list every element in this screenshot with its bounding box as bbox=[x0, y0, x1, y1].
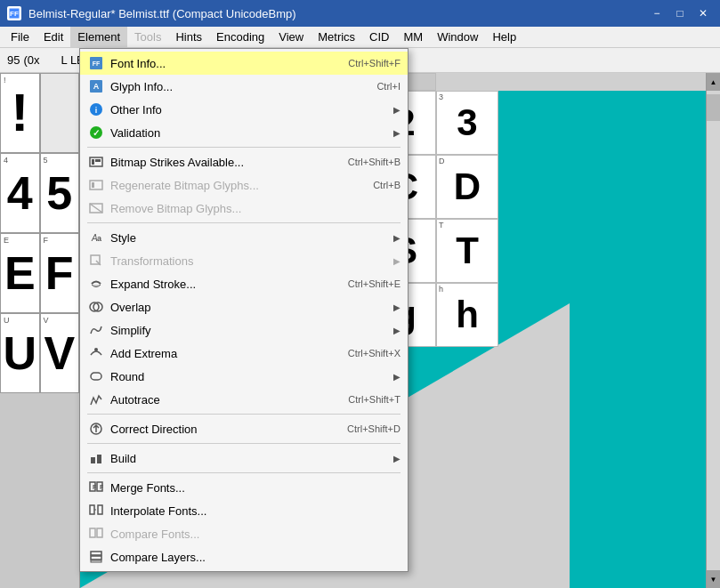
cell-char: E bbox=[4, 250, 36, 296]
close-button[interactable]: ✕ bbox=[693, 4, 713, 23]
svg-text:✓: ✓ bbox=[93, 128, 100, 138]
scroll-thumb[interactable] bbox=[707, 94, 720, 121]
svg-rect-31 bbox=[90, 505, 94, 514]
menu-edit[interactable]: Edit bbox=[36, 27, 70, 47]
menu-item-merge-fonts[interactable]: F F Merge Fonts... bbox=[80, 476, 408, 499]
transform-arrow: ▶ bbox=[393, 256, 400, 266]
svg-rect-37 bbox=[91, 556, 101, 560]
glyph-cell-F[interactable]: F F bbox=[40, 233, 80, 313]
menu-encoding[interactable]: Encoding bbox=[209, 27, 271, 47]
menu-item-correct-dir[interactable]: Correct Direction Ctrl+Shift+D bbox=[80, 417, 408, 440]
dir-icon bbox=[87, 420, 105, 438]
cell-char: h bbox=[456, 294, 479, 336]
menu-cid[interactable]: CID bbox=[362, 27, 396, 47]
maximize-button[interactable]: □ bbox=[670, 4, 690, 23]
bitmap-shortcut: Ctrl+Shift+B bbox=[348, 157, 400, 167]
svg-text:a: a bbox=[97, 234, 102, 243]
menu-item-expand-stroke[interactable]: Expand Stroke... Ctrl+Shift+E bbox=[80, 272, 408, 295]
svg-rect-14 bbox=[92, 182, 94, 188]
glyph-info-shortcut: Ctrl+I bbox=[376, 81, 400, 92]
menu-item-compare-layers[interactable]: Compare Layers... bbox=[80, 545, 408, 568]
svg-rect-35 bbox=[97, 528, 102, 537]
expand-label: Expand Stroke... bbox=[110, 278, 339, 291]
menu-item-glyph-info[interactable]: A Glyph Info... Ctrl+I bbox=[80, 75, 408, 98]
menu-item-autotrace[interactable]: Autotrace Ctrl+Shift+T bbox=[80, 388, 408, 411]
compare-icon bbox=[87, 525, 105, 543]
glyph-cell-4[interactable]: 4 4 bbox=[0, 153, 40, 233]
svg-rect-34 bbox=[90, 528, 95, 537]
svg-rect-26 bbox=[97, 455, 101, 463]
cell-char: F bbox=[45, 250, 74, 296]
correct-dir-label: Correct Direction bbox=[110, 423, 338, 436]
menu-hints[interactable]: Hints bbox=[168, 27, 209, 47]
menu-item-simplify[interactable]: Simplify ▶ bbox=[80, 318, 408, 342]
autotrace-label: Autotrace bbox=[110, 393, 339, 407]
svg-text:F: F bbox=[100, 484, 103, 490]
menu-item-overlap[interactable]: Overlap ▶ bbox=[80, 295, 408, 318]
glyph-cell-h[interactable]: h h bbox=[436, 283, 498, 347]
regen-icon bbox=[87, 176, 105, 194]
svg-point-22 bbox=[94, 348, 98, 351]
cell-label: 3 bbox=[439, 93, 443, 101]
menu-element[interactable]: Element bbox=[70, 27, 127, 47]
validation-arrow: ▶ bbox=[393, 128, 400, 138]
scroll-up-button[interactable]: ▲ bbox=[707, 73, 720, 91]
minimize-button[interactable]: − bbox=[647, 4, 667, 23]
round-icon bbox=[87, 367, 105, 385]
element-dropdown-menu: FF Font Info... Ctrl+Shift+F A Glyph Inf… bbox=[79, 48, 409, 572]
toolbar-position: 95 bbox=[7, 53, 20, 67]
menu-item-bitmap-strikes[interactable]: Bitmap Strikes Available... Ctrl+Shift+B bbox=[80, 150, 408, 173]
glyph-cell-three[interactable]: 3 3 bbox=[436, 91, 498, 155]
glyph-cell-5[interactable]: 5 5 bbox=[40, 153, 80, 233]
menu-item-add-extrema[interactable]: Add Extrema Ctrl+Shift+X bbox=[80, 342, 408, 365]
menu-metrics[interactable]: Metrics bbox=[311, 27, 362, 47]
merge-icon: F F bbox=[87, 479, 105, 496]
glyph-cell-exclaim[interactable]: ! ! bbox=[0, 73, 40, 153]
glyph-cell-empty[interactable] bbox=[40, 73, 80, 153]
glyph-cell-V[interactable]: V V bbox=[40, 313, 80, 393]
svg-rect-11 bbox=[92, 159, 94, 165]
menu-item-compare-fonts: Compare Fonts... bbox=[80, 522, 408, 545]
ff-icon: FF bbox=[87, 54, 105, 72]
window-title: Belmist-Regular* Belmist.ttf (Compact Un… bbox=[28, 7, 296, 20]
menu-item-other-info[interactable]: i Other Info ▶ bbox=[80, 98, 408, 121]
glyph-cell-D[interactable]: D D bbox=[436, 155, 498, 219]
glyph-icon: A bbox=[87, 77, 105, 95]
cell-char: D bbox=[454, 165, 481, 208]
cell-label: 5 bbox=[44, 156, 48, 165]
overlap-arrow: ▶ bbox=[393, 302, 400, 312]
separator-1 bbox=[87, 147, 400, 148]
menu-item-font-info[interactable]: FF Font Info... Ctrl+Shift+F bbox=[80, 52, 408, 75]
svg-line-16 bbox=[90, 204, 102, 213]
menu-item-build[interactable]: Build ▶ bbox=[80, 447, 408, 470]
font-info-label: Font Info... bbox=[110, 57, 339, 70]
menu-view[interactable]: View bbox=[271, 27, 311, 47]
glyph-cell-E[interactable]: E E bbox=[0, 233, 40, 313]
other-info-arrow: ▶ bbox=[393, 105, 400, 115]
cell-char: 4 bbox=[7, 170, 33, 216]
info-icon: i bbox=[87, 101, 105, 118]
separator-2 bbox=[87, 222, 400, 223]
expand-shortcut: Ctrl+Shift+E bbox=[348, 278, 400, 289]
left-panel: ! ! 4 4 5 5 E E F F bbox=[0, 73, 80, 588]
separator-3 bbox=[87, 414, 400, 415]
glyph-cell-T[interactable]: T T bbox=[436, 219, 498, 283]
menu-mm[interactable]: MM bbox=[397, 27, 431, 47]
menu-item-validation[interactable]: ✓ Validation ▶ bbox=[80, 121, 408, 144]
menu-item-interpolate-fonts[interactable]: Interpolate Fonts... bbox=[80, 499, 408, 522]
scrollbar-vertical[interactable]: ▲ ▼ bbox=[706, 73, 720, 588]
other-info-label: Other Info bbox=[110, 103, 390, 117]
menu-help[interactable]: Help bbox=[485, 27, 523, 47]
glyph-cell-U[interactable]: U U bbox=[0, 313, 40, 393]
menu-item-style[interactable]: A a Style ▶ bbox=[80, 226, 408, 249]
scroll-down-button[interactable]: ▼ bbox=[707, 570, 720, 588]
cell-char: ! bbox=[11, 86, 28, 140]
menu-window[interactable]: Window bbox=[430, 27, 485, 47]
menu-item-round[interactable]: Round ▶ bbox=[80, 365, 408, 388]
interpolate-icon bbox=[87, 502, 105, 520]
menu-file[interactable]: File bbox=[4, 27, 36, 47]
autotrace-shortcut: Ctrl+Shift+T bbox=[348, 394, 400, 405]
menu-bar: File Edit Element Tools Hints Encoding V… bbox=[0, 27, 720, 48]
style-label: Style bbox=[110, 231, 390, 245]
cell-label: V bbox=[44, 316, 49, 325]
